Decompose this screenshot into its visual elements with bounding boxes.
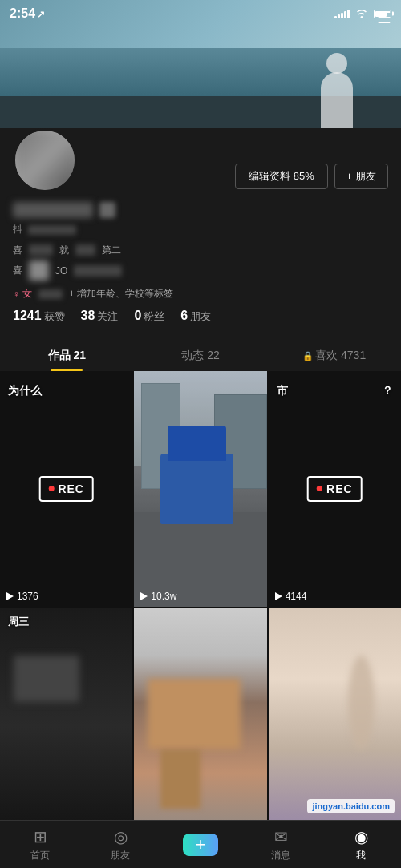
messages-icon: ✉ xyxy=(274,827,288,846)
play-count-3: 4144 xyxy=(275,591,307,602)
nav-me[interactable]: ◉ 我 xyxy=(321,827,401,862)
tab-activity[interactable]: 动态 22 xyxy=(134,337,268,371)
profile-section: 编辑资料 85% + 朋友 抖 喜 就 第二 喜 JO ♀ 女 xyxy=(0,128,401,337)
username-row xyxy=(13,202,388,218)
video-cell-1[interactable]: 为什么 REC 1376 xyxy=(0,371,132,607)
tab-likes[interactable]: 🔒喜欢 4731 xyxy=(267,337,401,371)
stat-followers: 0 粉丝 xyxy=(134,309,164,324)
nav-home-label: 首页 xyxy=(30,849,50,862)
add-friend-button[interactable]: + 朋友 xyxy=(334,164,388,189)
nav-home[interactable]: ⊞ 首页 xyxy=(0,827,80,862)
add-tags-link[interactable]: + 增加年龄、学校等标签 xyxy=(69,287,173,301)
stat-likes: 1241 获赞 xyxy=(13,309,65,324)
female-icon: ♀ xyxy=(13,289,20,300)
play-count-1: 1376 xyxy=(6,591,38,602)
me-icon: ◉ xyxy=(354,827,368,846)
avatar xyxy=(13,128,77,192)
bio-row-2: 喜 JO xyxy=(13,260,388,281)
wifi-icon xyxy=(355,7,368,20)
baidu-watermark: jingyan.baidu.com xyxy=(307,799,395,813)
rec-badge-3: REC xyxy=(307,476,363,502)
video-overlay-text-1: 为什么 xyxy=(8,384,42,398)
status-time: 2:54↗ xyxy=(10,6,45,21)
video-overlay-text-4: 周三 xyxy=(8,615,29,629)
nav-me-label: 我 xyxy=(356,849,366,862)
video-grid: 为什么 REC 1376 10.3w 市 xyxy=(0,371,401,868)
tab-works[interactable]: 作品 21 xyxy=(0,337,134,371)
status-bar: 2:54↗ xyxy=(10,6,391,21)
video-overlay-text-3: 市 xyxy=(277,384,288,398)
stat-following: 38 关注 xyxy=(81,309,119,324)
video-cell-5[interactable]: 1084 xyxy=(134,608,266,844)
video-overlay-right-3: ？ xyxy=(382,384,393,398)
tags-row: ♀ 女 + 增加年龄、学校等标签 xyxy=(13,287,388,301)
nav-friends[interactable]: ◎ 朋友 xyxy=(80,827,160,862)
video-cell-2[interactable]: 10.3w xyxy=(134,371,266,607)
stats-row: 1241 获赞 38 关注 0 粉丝 6 朋友 xyxy=(13,309,388,324)
plus-button[interactable]: + xyxy=(183,834,218,856)
tabs-row: 作品 21 动态 22 🔒喜欢 4731 xyxy=(0,337,401,371)
bottom-nav: ⊞ 首页 ◎ 朋友 + ✉ 消息 ◉ 我 xyxy=(0,820,401,868)
user-id-row: 抖 xyxy=(13,223,388,236)
play-count-2: 10.3w xyxy=(140,591,176,602)
bio-row-1: 喜 就 第二 xyxy=(13,243,388,257)
nav-friends-label: 朋友 xyxy=(111,849,130,862)
rec-badge-1: REC xyxy=(38,476,94,502)
nav-plus[interactable]: + xyxy=(160,834,241,856)
edit-profile-button[interactable]: 编辑资料 85% xyxy=(235,164,328,189)
video-cell-4[interactable]: 周三 3473 xyxy=(0,608,132,844)
nav-messages-label: 消息 xyxy=(271,849,290,862)
video-cell-3[interactable]: 市 ？ REC 4144 xyxy=(269,371,401,607)
home-icon: ⊞ xyxy=(34,827,47,846)
signal-icon xyxy=(334,10,350,18)
nav-messages[interactable]: ✉ 消息 xyxy=(241,827,321,862)
menu-icon[interactable]: ☰ xyxy=(377,8,391,27)
stat-friends: 6 朋友 xyxy=(180,309,211,324)
friends-icon: ◎ xyxy=(114,827,128,846)
